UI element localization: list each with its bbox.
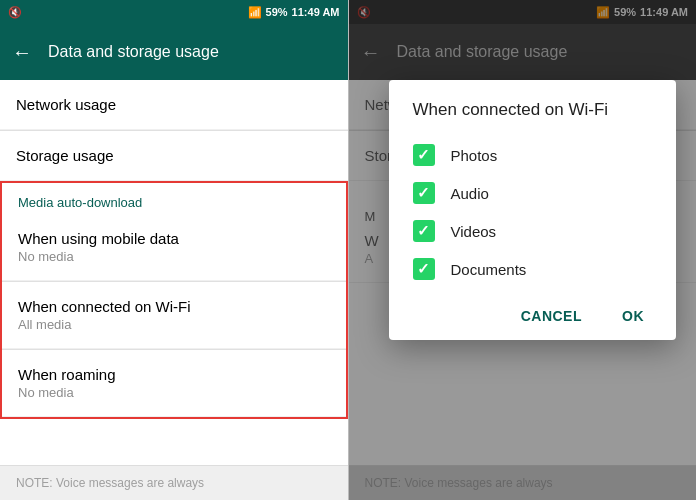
videos-label: Videos: [451, 223, 497, 240]
dialog-actions: CANCEL OK: [389, 288, 677, 340]
audio-label: Audio: [451, 185, 489, 202]
media-auto-download-section: Media auto-download When using mobile da…: [0, 181, 348, 419]
settings-item-mobile-data[interactable]: When using mobile data No media: [2, 214, 346, 281]
dialog-item-photos: ✓ Photos: [389, 136, 677, 174]
documents-checkbox[interactable]: ✓: [413, 258, 435, 280]
roaming-title: When roaming: [18, 366, 330, 383]
dialog-item-videos: ✓ Videos: [389, 212, 677, 250]
settings-list-left: Network usage Storage usage Media auto-d…: [0, 80, 348, 465]
status-signal-icon: 📶: [248, 6, 262, 19]
documents-check-icon: ✓: [417, 260, 430, 278]
dialog-item-audio: ✓ Audio: [389, 174, 677, 212]
photos-check-icon: ✓: [417, 146, 430, 164]
videos-checkbox[interactable]: ✓: [413, 220, 435, 242]
status-vol-icon: 🔇: [8, 6, 22, 19]
left-status-bar: 🔇 📶 59% 11:49 AM: [0, 0, 348, 24]
media-section-header: Media auto-download: [2, 183, 346, 214]
footer-note-left: NOTE: Voice messages are always: [0, 465, 348, 500]
status-time: 11:49 AM: [292, 6, 340, 18]
right-panel: 🔇 📶 59% 11:49 AM ← Data and storage usag…: [349, 0, 697, 500]
wifi-title: When connected on Wi-Fi: [18, 298, 330, 315]
status-bar-right: 📶 59% 11:49 AM: [248, 6, 340, 19]
mobile-data-sub: No media: [18, 249, 330, 264]
network-usage-label: Network usage: [16, 96, 332, 113]
cancel-button[interactable]: CANCEL: [505, 300, 598, 332]
photos-label: Photos: [451, 147, 498, 164]
ok-button[interactable]: OK: [606, 300, 660, 332]
toolbar-title: Data and storage usage: [48, 43, 336, 61]
status-bar-left: 🔇: [8, 6, 22, 19]
photos-checkbox[interactable]: ✓: [413, 144, 435, 166]
audio-check-icon: ✓: [417, 184, 430, 202]
wifi-sub: All media: [18, 317, 330, 332]
documents-label: Documents: [451, 261, 527, 278]
storage-usage-label: Storage usage: [16, 147, 332, 164]
dialog-title: When connected on Wi-Fi: [389, 100, 677, 136]
left-toolbar: ← Data and storage usage: [0, 24, 348, 80]
dialog-item-documents: ✓ Documents: [389, 250, 677, 288]
settings-item-wifi[interactable]: When connected on Wi-Fi All media: [2, 282, 346, 349]
roaming-sub: No media: [18, 385, 330, 400]
mobile-data-title: When using mobile data: [18, 230, 330, 247]
left-panel: 🔇 📶 59% 11:49 AM ← Data and storage usag…: [0, 0, 348, 500]
settings-item-storage[interactable]: Storage usage: [0, 131, 348, 181]
wifi-dialog: When connected on Wi-Fi ✓ Photos ✓ Audio…: [389, 80, 677, 340]
back-button[interactable]: ←: [12, 41, 32, 64]
status-battery-icon: 59%: [266, 6, 288, 18]
settings-item-network[interactable]: Network usage: [0, 80, 348, 130]
audio-checkbox[interactable]: ✓: [413, 182, 435, 204]
settings-item-roaming[interactable]: When roaming No media: [2, 350, 346, 417]
videos-check-icon: ✓: [417, 222, 430, 240]
